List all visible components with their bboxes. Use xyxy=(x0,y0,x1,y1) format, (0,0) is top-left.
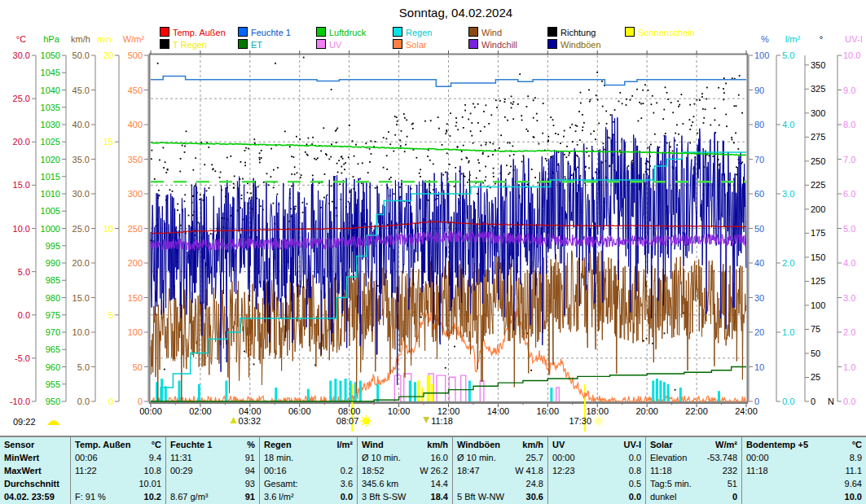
axis-tick-label: 350 xyxy=(128,155,143,164)
axis-tick-label: 10.0 xyxy=(73,327,90,337)
column-unit: km/h xyxy=(522,438,543,451)
x-tick-label: 00:00 xyxy=(139,406,162,416)
uv-swatch-icon xyxy=(316,39,326,49)
table-row: 00:008.9 xyxy=(742,451,866,464)
axis-tick-label: 350 xyxy=(811,60,825,70)
temp-au-en-swatch-icon xyxy=(160,27,169,37)
table-row: 18:47W 41.8 xyxy=(453,464,547,477)
axis-tick-label: 980 xyxy=(46,293,60,303)
legend-label: Regen xyxy=(406,28,432,37)
cell-value: 0.0 xyxy=(629,451,641,464)
table-row-label: Durchschnitt xyxy=(0,477,70,490)
axis-tick-label: 25 xyxy=(811,372,820,382)
axis-tick-label: 0 xyxy=(754,397,759,406)
stats-col-feuchte-1: Feuchte 1%11:319100:2994938.67 g/m³91 xyxy=(165,437,259,504)
cell-value: 10.8 xyxy=(144,464,161,477)
axis-tick-label: 200 xyxy=(811,204,825,214)
stats-col-windb-en: Windböenkm/hØ 10 min.25.718:47W 41.824.8… xyxy=(452,437,547,504)
cell-label: Gesamt: xyxy=(264,477,298,490)
table-row: 0.0 xyxy=(548,490,645,503)
x-tick-label: 10:00 xyxy=(388,406,411,416)
axis-tick-label: 300 xyxy=(811,108,825,118)
axis-tick-label: 7.0 xyxy=(843,155,855,164)
sunset-time: 17:30 xyxy=(569,416,591,426)
legend-label: Feuchte 1 xyxy=(251,28,291,37)
cell-value: 14.4 xyxy=(431,477,448,490)
table-row: 18:52W 26.2 xyxy=(358,464,452,477)
stats-col-regen: Regenl/m²18 min.00:160.2Gesamt:3.63.6 l/… xyxy=(259,437,357,504)
cell-label: 00:29 xyxy=(170,464,193,477)
table-row: 18 min. xyxy=(260,451,357,464)
axis-tick-label: 100 xyxy=(128,327,143,337)
regen-swatch-icon xyxy=(393,27,402,37)
axis-tick-label: -10.0 xyxy=(10,397,30,406)
cell-value: 0.8 xyxy=(629,464,641,477)
cell-value: W 41.8 xyxy=(515,464,543,477)
cell-label: Tag:5 min. xyxy=(650,477,692,490)
cell-value: 9.4 xyxy=(149,451,161,464)
table-row: 93 xyxy=(166,477,259,490)
axis-tick-label: 200 xyxy=(128,258,143,268)
column-header: UV xyxy=(552,438,565,451)
cell-value: 10.0 xyxy=(845,490,862,503)
stats-col-solar: SolarW/m²Elevation-53.74811:18232Tag:5 m… xyxy=(645,437,741,504)
axis-tick-label: 5.0 xyxy=(843,224,855,234)
weather-app-window: Sonntag, 04.02.2024 Temp. AußenFeuchte 1… xyxy=(0,0,866,504)
axis-tick-label: 40 xyxy=(754,258,764,268)
legend-solar: Solar xyxy=(393,39,427,50)
cell-value: 10.2 xyxy=(144,490,161,503)
legend-windchill: Windchill xyxy=(468,39,517,50)
table-row: 3.6 l/m²0.0 xyxy=(260,490,357,503)
moon-icon xyxy=(47,420,60,425)
cell-label: 345.6 km xyxy=(362,477,398,490)
x-tick-label: 18:00 xyxy=(586,406,609,416)
axis-tick-label: 1000 xyxy=(41,224,60,234)
table-row-label: MinWert xyxy=(0,451,70,464)
table-row: 11:1811.1 xyxy=(742,464,866,477)
axis-tick-label: 975 xyxy=(46,310,60,320)
legend-label: Windchill xyxy=(481,40,517,50)
cell-value: 9.64 xyxy=(845,477,862,490)
cell-label: 00:16 xyxy=(264,464,287,477)
axis-tick-label: 1015 xyxy=(41,172,60,182)
axis-tick-label: 3.0 xyxy=(782,189,794,199)
axis-tick-label: 1030 xyxy=(41,120,60,129)
cell-value: 0.5 xyxy=(629,477,641,490)
cell-label: Ø 10 min. xyxy=(362,451,401,464)
axis-tick-label: 0.0 xyxy=(782,397,794,406)
axis-tick-label: 150 xyxy=(811,252,825,262)
axis-tick-label: 10 xyxy=(103,224,113,234)
axis-tick-label: 1035 xyxy=(41,103,60,112)
table-row: 11:3191 xyxy=(166,451,259,464)
table-row: Ø 10 min.16.0 xyxy=(358,451,452,464)
windchill-swatch-icon xyxy=(468,39,478,49)
legend-uv: UV xyxy=(316,39,341,50)
cell-value: 18.4 xyxy=(431,490,448,503)
x-tick-label: 14:00 xyxy=(487,406,510,416)
legend-label: Luftdruck xyxy=(329,28,366,37)
axis-tick-label: 1010 xyxy=(41,189,60,199)
axis-tick-label: 0.0 xyxy=(18,310,30,320)
axis-tick-label: 50 xyxy=(811,348,820,358)
x-axis-labels: 00:0002:0004:0006:0008:0010:0012:0014:00… xyxy=(139,406,758,416)
pressure-axis: hPa1050104510401035103010251020101510101… xyxy=(41,34,66,406)
legend-richtung: Richtung xyxy=(547,27,596,38)
column-header: Bodentemp +5 xyxy=(746,438,808,451)
axis-tick-label: 175 xyxy=(811,228,825,238)
cell-value: 0.0 xyxy=(629,490,641,503)
table-row: Ø 10 min.25.7 xyxy=(453,451,547,464)
x-tick-label: 08:00 xyxy=(338,406,361,416)
column-header: Feuchte 1 xyxy=(170,438,212,451)
table-row-label: Sensor xyxy=(0,438,70,451)
table-header-row: Bodentemp +5°C xyxy=(742,438,866,451)
solar-swatch-icon xyxy=(393,39,402,49)
axis-tick-label: 0 xyxy=(108,397,113,406)
column-header: Solar xyxy=(650,438,673,451)
table-row: 10.01 xyxy=(71,477,165,490)
column-header: Temp. Außen xyxy=(75,438,130,451)
table-row: 00:2994 xyxy=(166,464,259,477)
column-unit: °C xyxy=(852,438,862,451)
cell-label: 00:00 xyxy=(746,451,769,464)
column-unit: % xyxy=(247,438,255,451)
table-row: 9.64 xyxy=(742,477,866,490)
